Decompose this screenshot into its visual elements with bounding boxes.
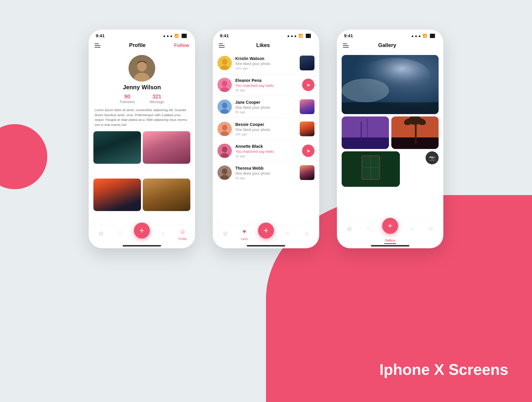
like-info-4: Bessie Cooper She liked your photo 19h a… <box>235 122 296 136</box>
status-time-2: 9:41 <box>220 33 229 38</box>
nav-item-profile-2[interactable]: ☺ <box>301 228 312 239</box>
like-sub-4: She liked your photo <box>235 127 296 132</box>
nav-item-home-2[interactable]: ⊘ <box>220 228 231 239</box>
avatar-theresa <box>218 166 232 180</box>
home-indicator-3 <box>371 245 409 247</box>
hamburger-menu-2[interactable] <box>219 43 225 48</box>
like-sub-2: You matched say hello <box>235 83 299 88</box>
svg-rect-26 <box>342 137 389 149</box>
photo-cell-2[interactable] <box>143 131 190 164</box>
like-time-5: 1d ago <box>235 154 299 158</box>
signal-icon: ▲▲▲ <box>163 34 173 38</box>
gallery-image-window[interactable] <box>342 151 400 187</box>
gallery-image-full[interactable] <box>342 55 439 114</box>
phone-profile: 9:41 ▲▲▲ 📶 ▐█▌ Profile Follow <box>89 30 195 248</box>
avatar-eleanor <box>218 78 232 92</box>
like-name-4: Bessie Cooper <box>235 122 296 127</box>
like-item-2[interactable]: Eleanor Pena You matched say hello 2h ag… <box>218 74 314 96</box>
gallery-image-palm[interactable] <box>391 116 439 149</box>
profile-name: Jenny Wilson <box>89 84 195 91</box>
nav-item-home-3[interactable]: ⊘ <box>344 223 355 234</box>
profile-icon-3[interactable]: ☺ <box>426 223 436 234</box>
like-item-1[interactable]: Kristin Watson She liked your photo 23m … <box>218 52 314 74</box>
avatar-annette <box>218 144 232 158</box>
svg-point-13 <box>222 125 227 131</box>
status-icons-2: ▲▲▲ 📶 ▐█▌ <box>287 34 312 38</box>
profile-icon-1[interactable]: ☺ <box>177 226 188 237</box>
like-name-1: Kristin Watson <box>235 56 296 61</box>
wifi-icon: 📶 <box>174 34 179 38</box>
camera-button[interactable]: 📷 <box>426 151 439 164</box>
nav-bar-1: Profile Follow <box>89 40 195 52</box>
like-item-5[interactable]: Annette Black You matched say hello 1d a… <box>218 140 314 162</box>
nav-item-chat-3[interactable]: ○ <box>406 223 417 234</box>
photo-cell-4[interactable] <box>143 179 190 211</box>
messages-stat: 321 Message <box>150 94 164 104</box>
avatar-bessie <box>218 122 232 136</box>
like-item-6[interactable]: Theresa Webb She liked your photo 1d ago <box>218 162 314 184</box>
status-time-1: 9:41 <box>96 33 105 38</box>
svg-rect-27 <box>361 122 362 141</box>
like-sub-6: She liked your photo <box>235 171 296 176</box>
photo-cell-1[interactable] <box>93 131 141 164</box>
follow-button[interactable]: Follow <box>174 43 189 48</box>
photo-cell-3[interactable] <box>93 179 141 211</box>
nav-item-profile-3[interactable]: ☺ <box>426 223 436 234</box>
nav-bar-3: Gallery <box>337 40 443 52</box>
hamburger-menu-1[interactable] <box>95 43 100 48</box>
profile-icon-2[interactable]: ☺ <box>301 228 312 239</box>
add-button-1[interactable]: + <box>134 223 150 239</box>
svg-point-23 <box>342 79 389 102</box>
followers-label: Followers <box>120 100 135 104</box>
status-bar-2: 9:41 ▲▲▲ 📶 ▐█▌ <box>213 30 319 40</box>
home-icon-2[interactable]: ⊘ <box>220 228 231 239</box>
gallery-image-purple[interactable] <box>342 116 389 149</box>
photo-grid <box>89 131 195 224</box>
like-thumb-3 <box>300 99 314 114</box>
bottom-nav-1: ⊘ ♡ + ○ ☺ Profile <box>89 224 195 245</box>
like-time-1: 23m ago <box>235 67 296 70</box>
nav-item-home-1[interactable]: ⊘ <box>96 228 106 239</box>
like-item-4[interactable]: Bessie Cooper She liked your photo 19h a… <box>218 118 314 140</box>
like-info-3: Jane Cooper She liked your photo 6h ago <box>235 100 296 114</box>
nav-item-heart-2[interactable]: ♥ Likes <box>239 226 250 241</box>
like-thumb-6 <box>300 165 314 180</box>
chat-icon-2[interactable]: ○ <box>282 228 293 239</box>
svg-rect-24 <box>342 102 439 114</box>
battery-icon: ▐█▌ <box>180 34 188 38</box>
nav-item-chat-2[interactable]: ○ <box>282 228 293 239</box>
heart-icon-3[interactable]: ♡ <box>363 223 374 234</box>
like-time-2: 2h ago <box>235 88 299 92</box>
home-icon-3[interactable]: ⊘ <box>344 223 355 234</box>
chat-icon-1[interactable]: ○ <box>158 228 169 239</box>
like-sub-3: She liked your photo <box>235 105 296 110</box>
send-button-5[interactable]: ➤ <box>302 145 314 157</box>
nav-item-heart-1[interactable]: ♡ <box>115 228 126 239</box>
svg-rect-21 <box>342 55 439 114</box>
nav-item-add-1[interactable]: + <box>134 228 150 239</box>
nav-item-add-3[interactable]: + <box>382 224 398 234</box>
home-icon-1[interactable]: ⊘ <box>96 228 106 239</box>
nav-item-chat-1[interactable]: ○ <box>158 228 169 239</box>
like-info-1: Kristin Watson She liked your photo 23m … <box>235 56 296 70</box>
svg-rect-39 <box>342 151 400 187</box>
heart-icon-2[interactable]: ♥ <box>239 226 250 237</box>
hamburger-menu-3[interactable] <box>343 43 349 48</box>
add-button-3[interactable]: + <box>382 218 398 234</box>
profile-avatar <box>129 55 155 82</box>
like-time-4: 19h ago <box>235 132 296 136</box>
wifi-icon-2: 📶 <box>299 34 303 38</box>
like-sub-5: You matched say hello <box>235 149 299 154</box>
svg-point-10 <box>222 103 227 108</box>
heart-icon-1[interactable]: ♡ <box>115 228 126 239</box>
nav-item-heart-3[interactable]: ♡ <box>363 223 374 234</box>
chat-icon-3[interactable]: ○ <box>406 223 417 234</box>
nav-item-add-2[interactable]: + <box>258 228 274 239</box>
svg-point-4 <box>222 59 227 65</box>
gallery-row-1 <box>342 116 439 149</box>
nav-item-profile-1[interactable]: ☺ Profile <box>177 226 188 241</box>
send-button-2[interactable]: ➤ <box>302 79 314 91</box>
like-item-3[interactable]: Jane Cooper She liked your photo 6h ago <box>218 96 314 118</box>
signal-icon-3: ▲▲▲ <box>411 34 421 38</box>
add-button-2[interactable]: + <box>258 223 274 239</box>
